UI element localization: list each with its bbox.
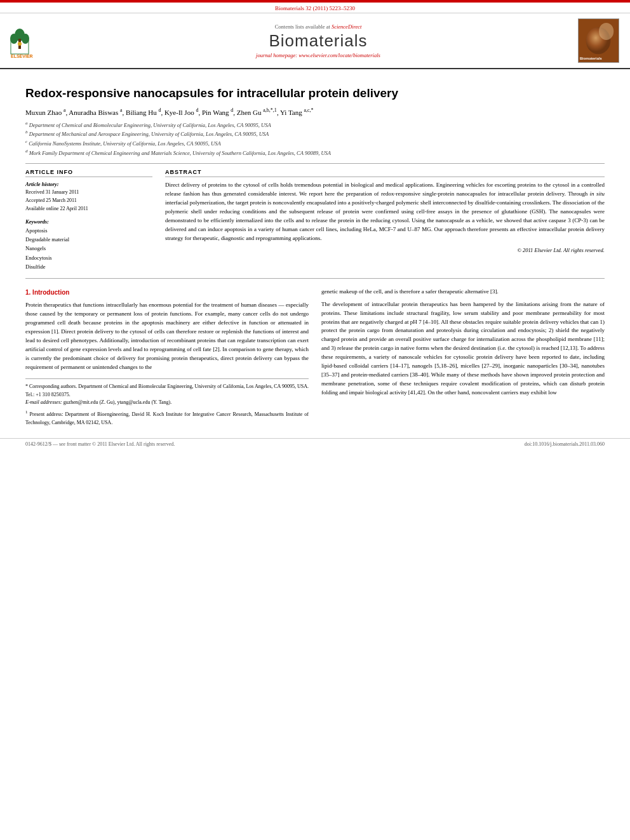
available-date: Available online 22 April 2011 bbox=[25, 206, 88, 211]
divider-2 bbox=[25, 278, 605, 279]
article-info-column: ARTICLE INFO Article history: Received 3… bbox=[25, 169, 152, 272]
body-left-column: 1. Introduction Protein therapeutics tha… bbox=[25, 288, 309, 427]
body-columns: 1. Introduction Protein therapeutics tha… bbox=[25, 288, 605, 427]
divider-1 bbox=[25, 163, 605, 164]
bottom-bar: 0142-9612/$ — see front matter © 2011 El… bbox=[0, 438, 630, 450]
keywords-section: Keywords: Apoptosis Degradable material … bbox=[25, 218, 152, 272]
article-info-heading: ARTICLE INFO bbox=[25, 169, 152, 177]
citation-text: Biomaterials 32 (2011) 5223–5230 bbox=[275, 5, 355, 11]
abstract-text: Direct delivery of proteins to the cytos… bbox=[165, 181, 605, 243]
svg-point-3 bbox=[22, 34, 29, 44]
article-dates: Received 31 January 2011 Accepted 25 Mar… bbox=[25, 189, 152, 213]
doi-text: doi:10.1016/j.biomaterials.2011.03.060 bbox=[525, 441, 605, 447]
keywords-heading: Keywords: bbox=[25, 218, 152, 225]
section1-heading: 1. Introduction bbox=[25, 288, 309, 298]
cover-image: Biomaterials bbox=[578, 18, 619, 63]
journal-homepage: journal homepage: www.elsevier.com/locat… bbox=[58, 52, 578, 58]
svg-text:Biomaterials: Biomaterials bbox=[580, 57, 602, 60]
sciencedirect-link[interactable]: ScienceDirect bbox=[332, 23, 361, 30]
journal-center-block: Contents lists available at ScienceDirec… bbox=[58, 23, 578, 58]
received-date: Received 31 January 2011 bbox=[25, 189, 79, 195]
footnote-email: E-mail addresses: guzhen@mit.edu (Z. Gu)… bbox=[25, 399, 309, 407]
svg-text:ELSEVIER: ELSEVIER bbox=[11, 54, 33, 58]
abstract-heading: ABSTRACT bbox=[165, 169, 605, 177]
body-left-text: Protein therapeutics that functions intr… bbox=[25, 301, 309, 372]
body-right-text: genetic makeup of the cell, and is there… bbox=[321, 288, 605, 297]
journal-title: Biomaterials bbox=[58, 31, 578, 51]
footnote-star: * Corresponding authors. Department of C… bbox=[25, 383, 309, 399]
body-right-column: genetic makeup of the cell, and is there… bbox=[321, 288, 605, 427]
elsevier-logo-svg: ELSEVIER bbox=[8, 21, 58, 59]
affiliations: a Department of Chemical and Biomolecula… bbox=[25, 120, 605, 157]
article-content: Redox-responsive nanocapsules for intrac… bbox=[0, 69, 630, 433]
abstract-column: ABSTRACT Direct delivery of proteins to … bbox=[165, 169, 605, 272]
footnote-1: 1 Present address: Department of Bioengi… bbox=[25, 409, 309, 427]
footnotes: * Corresponding authors. Department of C… bbox=[25, 378, 309, 427]
elsevier-logo: ELSEVIER bbox=[8, 21, 58, 60]
issn-text: 0142-9612/$ — see front matter © 2011 El… bbox=[25, 441, 175, 447]
journal-cover: Biomaterials bbox=[578, 18, 622, 63]
svg-point-2 bbox=[10, 34, 18, 44]
history-label: Article history: bbox=[25, 181, 152, 187]
info-abstract-columns: ARTICLE INFO Article history: Received 3… bbox=[25, 169, 605, 272]
cover-svg: Biomaterials bbox=[579, 18, 619, 63]
article-title: Redox-responsive nanocapsules for intrac… bbox=[25, 86, 605, 102]
svg-point-9 bbox=[599, 23, 613, 40]
svg-point-5 bbox=[18, 42, 22, 46]
accepted-date: Accepted 25 March 2011 bbox=[25, 197, 77, 203]
authors-line: Muxun Zhao a, Anuradha Biswas a, Biliang… bbox=[25, 107, 605, 117]
copyright: © 2011 Elsevier Ltd. All rights reserved… bbox=[165, 247, 605, 253]
contents-available: Contents lists available at ScienceDirec… bbox=[58, 23, 578, 30]
body-right-para2: The development of intracellular protein… bbox=[321, 300, 605, 397]
article-citation: Biomaterials 32 (2011) 5223–5230 bbox=[0, 3, 630, 13]
keywords-list: Apoptosis Degradable material Nanogels E… bbox=[25, 226, 152, 272]
journal-header: ELSEVIER Contents lists available at Sci… bbox=[0, 13, 630, 69]
